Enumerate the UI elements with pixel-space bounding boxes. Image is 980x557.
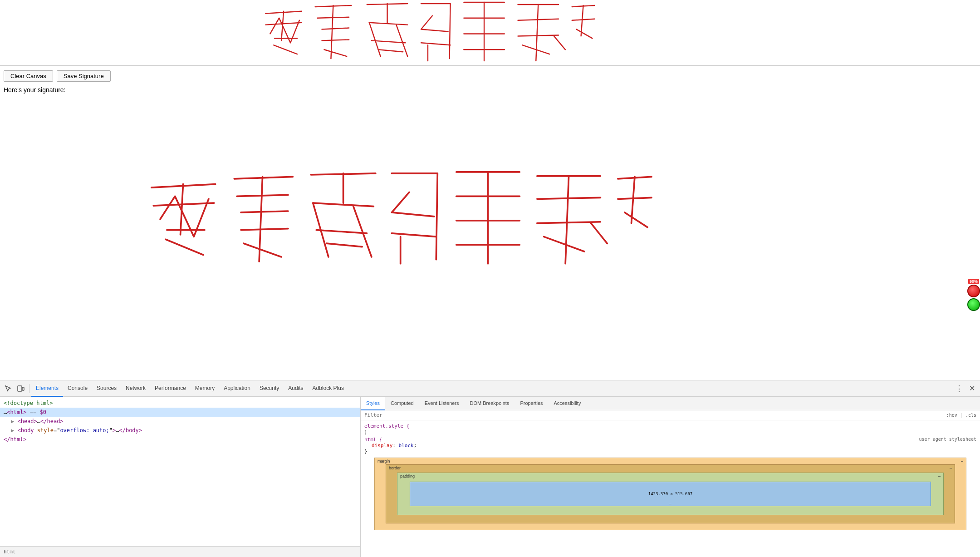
styles-content[interactable]: element.style { } html { user agent styl… (361, 420, 980, 557)
save-signature-button[interactable]: Save Signature (57, 70, 111, 82)
tab-sources[interactable]: Sources (92, 380, 121, 397)
dom-line-body[interactable]: ▶ <body style="overflow: auto;">…</body> (0, 426, 360, 435)
dom-line-html[interactable]: …<html> == $0 (0, 408, 360, 417)
tab-adblock-plus[interactable]: Adblock Plus (308, 380, 348, 397)
extension-badge: 90% (968, 279, 979, 284)
styles-tab-properties[interactable]: Properties (514, 397, 548, 410)
border-label: border (389, 466, 401, 470)
dom-line-html-close[interactable]: </html> (0, 435, 360, 444)
cls-filter-button[interactable]: .cls (965, 413, 976, 418)
inspect-element-icon[interactable] (2, 382, 15, 395)
dom-line-head[interactable]: ▶ <head>…</head> (0, 417, 360, 426)
styles-tab-styles[interactable]: Styles (361, 397, 385, 410)
tab-network[interactable]: Network (121, 380, 150, 397)
box-model-diagram: margin – border – padding – (361, 455, 980, 532)
tab-audits[interactable]: Audits (284, 380, 308, 397)
controls-area: Clear Canvas Save Signature (0, 66, 980, 86)
content-dash-bottom: – (669, 502, 671, 506)
styles-tab-event-listeners[interactable]: Event Listeners (419, 397, 465, 410)
toolbar-divider (29, 384, 29, 393)
padding-dash-top: – (938, 474, 941, 478)
tab-elements[interactable]: Elements (31, 380, 63, 397)
tab-security[interactable]: Security (255, 380, 284, 397)
html-style-rule: html { user agent stylesheet display: bl… (361, 436, 980, 455)
styles-tab-dom-breakpoints[interactable]: DOM Breakpoints (465, 397, 515, 410)
styles-filter-input[interactable] (364, 412, 946, 418)
box-content-size: 1423.330 × 515.667 (648, 492, 693, 496)
clear-canvas-button[interactable]: Clear Canvas (4, 70, 53, 82)
canvas-area[interactable] (0, 0, 980, 66)
tab-performance[interactable]: Performance (150, 380, 191, 397)
svg-rect-0 (18, 386, 22, 391)
dom-content[interactable]: <!doctype html> …<html> == $0 ▶ <head>…<… (0, 397, 360, 546)
tab-memory[interactable]: Memory (191, 380, 219, 397)
styles-panel: Styles Computed Event Listeners DOM Brea… (361, 397, 980, 557)
device-toolbar-icon[interactable] (15, 382, 27, 395)
extension-overlay: 90% (967, 279, 980, 311)
styles-tabs: Styles Computed Event Listeners DOM Brea… (361, 397, 980, 410)
filter-actions: :hov | .cls (946, 413, 976, 418)
devtools-panel: Elements Console Sources Network Perform… (0, 380, 980, 557)
extension-green-circle[interactable] (967, 298, 980, 311)
styles-tab-computed[interactable]: Computed (385, 397, 419, 410)
styles-filter-bar: :hov | .cls (361, 410, 980, 420)
margin-dash-top: – (961, 459, 963, 463)
devtools-body: <!doctype html> …<html> == $0 ▶ <head>…<… (0, 397, 980, 557)
padding-label: padding (400, 474, 415, 478)
more-tabs-button[interactable]: ⋮ (953, 382, 965, 395)
dom-panel: <!doctype html> …<html> == $0 ▶ <head>…<… (0, 397, 361, 557)
styles-tab-accessibility[interactable]: Accessibility (549, 397, 587, 410)
element-style-rule: element.style { } (361, 422, 980, 436)
margin-label: margin (377, 459, 390, 463)
main-page: Clear Canvas Save Signature Here's your … (0, 0, 980, 380)
svg-rect-1 (22, 387, 24, 390)
signature-label: Here's your signature: (0, 86, 980, 97)
close-devtools-button[interactable]: ✕ (965, 382, 978, 395)
dom-breadcrumb: html (0, 546, 360, 557)
dom-line-doctype[interactable]: <!doctype html> (0, 399, 360, 408)
extension-red-circle[interactable] (967, 285, 980, 297)
devtools-toolbar: Elements Console Sources Network Perform… (0, 380, 980, 397)
tab-console[interactable]: Console (63, 380, 92, 397)
hov-filter-button[interactable]: :hov (946, 413, 957, 418)
saved-signature-area (0, 97, 980, 380)
border-dash-top: – (950, 466, 952, 470)
tab-application[interactable]: Application (219, 380, 255, 397)
